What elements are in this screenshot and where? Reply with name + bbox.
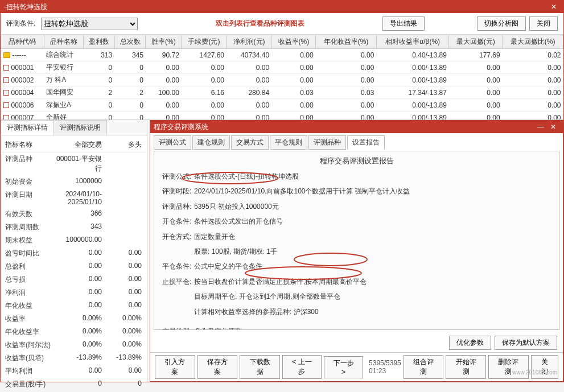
stats-row: 年化收益0.000.00 [2, 299, 146, 312]
file-icon [3, 65, 9, 71]
main-close-icon[interactable]: ✕ [547, 3, 560, 11]
file-icon [3, 90, 9, 96]
close-button[interactable]: 关闭 [529, 16, 558, 31]
inner-tab[interactable]: 评测品种 [308, 135, 346, 150]
inner-min-icon[interactable]: — [534, 123, 547, 131]
inner-close-icon[interactable]: ✕ [547, 123, 559, 131]
import-plan-button[interactable]: 引入方案 [155, 355, 195, 379]
folder-icon [3, 52, 10, 58]
criteria-select[interactable]: 扭转乾坤选股 [41, 18, 138, 30]
col-header[interactable]: 净利润(元) [227, 35, 271, 49]
col-header[interactable]: 品种名称 [44, 35, 83, 49]
table-row[interactable]: 000006深振业A000.000.000.000.000.000.00/-13… [1, 99, 563, 112]
table-row[interactable]: 000004国华网安22100.006.16280.840.030.0317.3… [1, 86, 563, 99]
stats-row: 年化收益率0.00%0.00% [2, 325, 146, 339]
prev-button[interactable]: < 上一步 [282, 355, 322, 379]
stats-row: 交易量(股/手)00 [2, 378, 146, 391]
col-header[interactable]: 总次数 [114, 35, 146, 49]
col-header[interactable]: 最大回撤比(%) [503, 35, 563, 49]
combo-eval-button[interactable]: 组合评测 [404, 355, 444, 379]
inner-tab[interactable]: 设置报告 [347, 135, 385, 150]
col-header[interactable]: 品种代码 [1, 35, 44, 49]
stats-row: 总亏损0.000.00 [2, 273, 146, 286]
stats-row: 初始资金1000000 [2, 175, 146, 188]
main-titlebar: -扭转乾坤选股 ✕ [1, 1, 563, 13]
file-icon [3, 102, 9, 108]
stats-row: 评测周期数343 [2, 221, 146, 234]
start-eval-button[interactable]: 开始评测 [446, 355, 486, 379]
file-icon [3, 77, 9, 83]
stats-row: 评测品种000001-平安银行 [2, 152, 146, 175]
stats-h3: 多头 [102, 140, 142, 150]
save-default-button[interactable]: 保存为默认方案 [495, 336, 557, 350]
export-button[interactable]: 导出结果 [382, 16, 425, 31]
table-row[interactable]: 000002万 科A000.000.000.000.000.000.00/-13… [1, 74, 563, 86]
table-row[interactable]: 000007全新好000.000.000.000.000.000.00/-13.… [1, 112, 563, 121]
stats-row: 盈亏时间比0.000.00 [2, 247, 146, 260]
col-header[interactable]: 收益率(%) [271, 35, 316, 49]
optimize-button[interactable]: 优化参数 [449, 336, 491, 350]
col-header[interactable]: 年化收益率(%) [316, 35, 377, 49]
col-header[interactable]: 胜率(%) [146, 35, 182, 49]
results-table-wrap[interactable]: 品种代码品种名称盈利数总次数胜率(%)手续费(元)净利润(元)收益率(%)年化收… [1, 35, 563, 120]
file-icon [3, 115, 9, 120]
download-data-button[interactable]: 下载数据 [240, 355, 280, 379]
col-header[interactable]: 相对收益率α/β(%) [376, 35, 449, 49]
stats-row: 平均利润0.000.00 [2, 365, 146, 378]
stats-h1: 指标名称 [5, 140, 51, 150]
main-toolbar: 评测条件: 扭转乾坤选股 双击列表行查看品种评测图表 导出结果 切换分析图 关闭 [1, 13, 563, 35]
inner-tab[interactable]: 交易方式 [231, 135, 269, 150]
col-header[interactable]: 手续费(元) [182, 35, 227, 49]
stats-row: 有效天数366 [2, 208, 146, 221]
stats-row: 收益率0.00%0.00% [2, 312, 146, 325]
tab-detail[interactable]: 评测指标详情 [1, 120, 54, 135]
report-title: 程序交易评测设置报告 [162, 156, 551, 166]
inner-tab[interactable]: 平仓规则 [270, 135, 307, 150]
save-plan-button[interactable]: 保存方案 [197, 355, 238, 379]
main-title: -扭转乾坤选股 [4, 2, 547, 12]
stats-row: 评测日期2024/01/10-2025/01/10 [2, 188, 146, 208]
left-panel: 评测指标详情 评测指标说明 指标名称 全部交易 多头 评测品种000001-平安… [1, 120, 147, 382]
inner-window: 程序交易评测系统 — ✕ 评测公式建仓规则交易方式平仓规则评测品种设置报告 程序… [150, 120, 563, 382]
inner-tab[interactable]: 评测公式 [154, 135, 191, 150]
stats-row: 总盈利0.000.00 [2, 260, 146, 273]
table-row[interactable]: ------综合统计31334590.721427.6040734.400.00… [1, 49, 563, 61]
bottom-toolbar: 引入方案 保存方案 下载数据 < 上一步 下一步 > 5395/5395 01:… [150, 352, 563, 381]
tab-desc[interactable]: 评测指标说明 [53, 120, 107, 135]
switch-view-button[interactable]: 切换分析图 [477, 16, 526, 31]
stats-row: 收益率(贝塔)-13.89%-13.89% [2, 352, 146, 365]
progress-status: 5395/5395 01:23 [365, 359, 401, 375]
watermark: www.201082.com [512, 369, 557, 376]
inner-title: 程序交易评测系统 [154, 122, 534, 132]
stats-h2: 全部交易 [51, 140, 102, 150]
stats-row: 净利润0.000.00 [2, 286, 146, 299]
table-row[interactable]: 000001平安银行000.000.000.000.000.000.00/-13… [1, 61, 563, 74]
criteria-label: 评测条件: [6, 19, 35, 28]
inner-tab[interactable]: 建仓规则 [192, 135, 230, 150]
results-table: 品种代码品种名称盈利数总次数胜率(%)手续费(元)净利润(元)收益率(%)年化收… [1, 35, 563, 120]
col-header[interactable]: 盈利数 [83, 35, 114, 49]
next-button[interactable]: 下一步 > [324, 356, 363, 378]
stats-row: 收益率(阿尔法)0.00%0.00% [2, 339, 146, 352]
hint-text: 双击列表行查看品种评测图表 [141, 19, 379, 28]
report-box: 程序交易评测设置报告 评测公式:条件选股公式-(日线)-扭转乾坤选股 评测时段:… [154, 151, 559, 330]
stats-row: 期末权益1000000.00 [2, 234, 146, 247]
col-header[interactable]: 最大回撤(元) [449, 35, 503, 49]
